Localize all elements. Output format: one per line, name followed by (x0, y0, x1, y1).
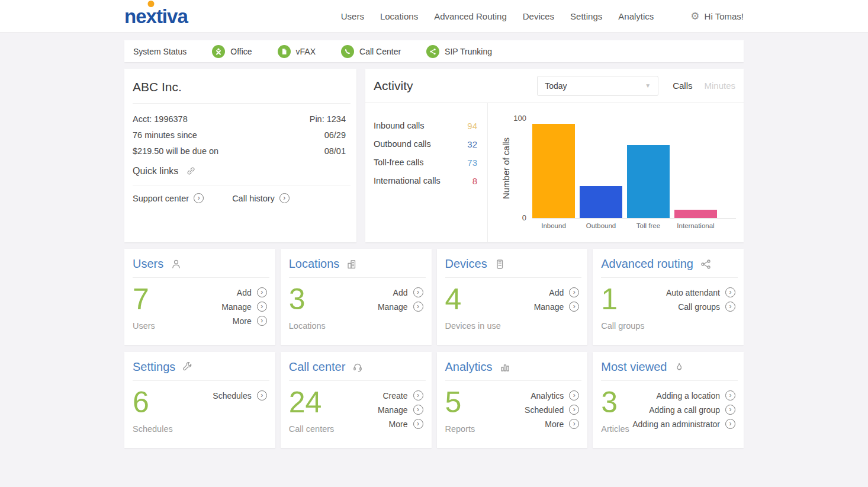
settings-card-title[interactable]: Settings (133, 360, 175, 374)
action-link[interactable]: Manage› (534, 302, 580, 312)
action-link[interactable]: Add› (237, 287, 267, 297)
bar-group: InboundOutboundToll freeInternational (532, 118, 736, 218)
due-date: 08/01 (324, 143, 346, 159)
locations-actions: Add›Manage› (378, 286, 423, 331)
nav-settings[interactable]: Settings (570, 11, 602, 21)
arrow-circle-icon: › (725, 390, 735, 401)
user-menu[interactable]: ⚙ Hi Tomas! (690, 10, 744, 23)
period-dropdown[interactable]: Today ▼ (537, 76, 658, 96)
status-item-vfax[interactable]: vFAX (278, 45, 316, 58)
device-phone-icon (494, 258, 506, 270)
action-label: Manage (378, 302, 408, 312)
devices-card-title[interactable]: Devices (445, 257, 487, 271)
devices-count: 4 (445, 286, 501, 313)
share-route-icon (700, 258, 712, 270)
action-link[interactable]: Adding a call group› (649, 405, 735, 415)
action-link[interactable]: Add› (549, 287, 579, 297)
action-link[interactable]: Analytics› (531, 390, 579, 401)
system-status-label: System Status (133, 47, 187, 56)
bar-outbound (580, 186, 622, 218)
status-item-call-center[interactable]: Call Center (341, 45, 401, 58)
arrow-circle-icon: › (413, 405, 423, 415)
arrow-circle-icon: › (569, 287, 579, 297)
users-card-title[interactable]: Users (133, 257, 163, 271)
settings-actions: Schedules› (213, 389, 266, 434)
bar-x-label: International (674, 222, 717, 229)
action-label: Add (237, 288, 252, 297)
action-link[interactable]: Adding a location› (657, 390, 735, 401)
building-icon (346, 258, 358, 270)
arrow-circle-icon: › (257, 390, 267, 401)
arrow-circle-icon: › (569, 405, 579, 415)
share-nodes-icon (426, 45, 439, 58)
toggle-calls[interactable]: Calls (673, 81, 692, 91)
action-label: Adding a location (657, 391, 720, 401)
call-center-card-title[interactable]: Call center (289, 360, 346, 374)
nav-analytics[interactable]: Analytics (618, 11, 654, 21)
call-centers-count-label: Call centers (289, 424, 335, 434)
action-label: More (389, 419, 408, 429)
arrow-circle-icon: › (279, 193, 290, 203)
action-label: Analytics (531, 391, 564, 401)
activity-stat-row: Toll-free calls73 (374, 158, 477, 168)
action-link[interactable]: Auto attendant› (666, 287, 735, 297)
top-header: nextiva Users Locations Advanced Routing… (0, 0, 868, 33)
quick-links[interactable]: Quick links (124, 159, 356, 185)
locations-card-title[interactable]: Locations (289, 257, 340, 271)
action-label: Manage (378, 405, 408, 415)
arrow-circle-icon: › (257, 287, 267, 297)
action-label: Adding a call group (649, 405, 720, 415)
action-link[interactable]: Call groups› (678, 302, 735, 312)
support-center-link[interactable]: Support center › (133, 193, 204, 203)
stat-value: 8 (472, 176, 477, 186)
account-row: Acct: 1996378 Pin: 1234 (133, 111, 346, 127)
bar-column: Inbound (532, 118, 575, 218)
call-history-link[interactable]: Call history › (232, 193, 290, 203)
activity-stats: Inbound calls94Outbound calls32Toll-free… (365, 103, 488, 242)
action-link[interactable]: Manage› (378, 302, 423, 312)
devices-count-label: Devices in use (445, 321, 501, 331)
most-viewed-card-title[interactable]: Most viewed (601, 360, 667, 374)
advanced-routing-card-title[interactable]: Advanced routing (601, 257, 693, 271)
bar-chart-icon (499, 361, 511, 373)
action-link[interactable]: More› (233, 316, 267, 326)
office-icon (212, 45, 225, 58)
action-link[interactable]: More› (545, 419, 579, 429)
action-label: More (545, 419, 564, 429)
call-center-actions: Create›Manage›More› (378, 389, 423, 434)
nextiva-logo[interactable]: nextiva (124, 7, 188, 26)
arrow-circle-icon: › (725, 419, 735, 429)
stat-label: Inbound calls (374, 121, 424, 131)
account-pin: Pin: 1234 (310, 111, 346, 127)
advanced-routing-card: Advanced routing 1 Call groups Auto atte… (593, 249, 744, 345)
nav-devices[interactable]: Devices (523, 11, 554, 21)
analytics-card-title[interactable]: Analytics (445, 360, 493, 374)
arrow-circle-icon: › (725, 302, 735, 312)
amount-due: $219.50 will be due on (133, 143, 218, 159)
action-link[interactable]: Manage› (221, 302, 267, 312)
action-link[interactable]: Schedules› (213, 390, 266, 401)
y-tick-100: 100 (513, 114, 526, 123)
bar-x-label: Inbound (532, 222, 575, 229)
action-link[interactable]: Create› (382, 390, 423, 401)
action-link[interactable]: Adding an administrator› (632, 419, 735, 429)
link-icon (185, 165, 197, 177)
activity-title: Activity (374, 79, 413, 93)
nav-advanced-routing[interactable]: Advanced Routing (434, 11, 507, 21)
nav-users[interactable]: Users (341, 11, 364, 21)
action-link[interactable]: Scheduled› (525, 405, 579, 415)
quick-links-label: Quick links (133, 166, 178, 177)
status-item-office[interactable]: Office (212, 45, 252, 58)
user-greeting: Hi Tomas! (705, 11, 744, 21)
action-link[interactable]: Manage› (378, 405, 423, 415)
toggle-minutes[interactable]: Minutes (704, 81, 735, 91)
reports-count-label: Reports (445, 424, 475, 434)
action-link[interactable]: Add› (393, 287, 423, 297)
action-link[interactable]: More› (389, 419, 423, 429)
status-item-label: SIP Trunking (445, 47, 492, 56)
bar-column: Outbound (580, 118, 622, 218)
action-label: Add (393, 288, 408, 297)
status-item-sip-trunking[interactable]: SIP Trunking (426, 45, 492, 58)
arrow-circle-icon: › (413, 390, 423, 401)
nav-locations[interactable]: Locations (380, 11, 418, 21)
